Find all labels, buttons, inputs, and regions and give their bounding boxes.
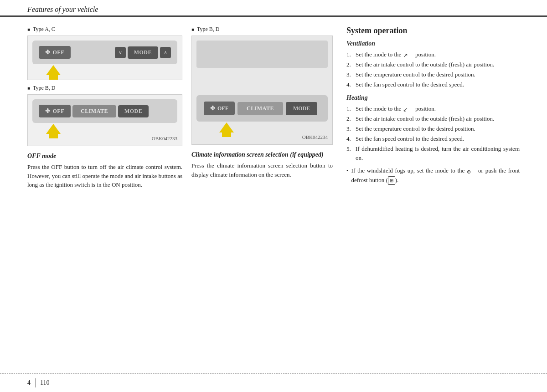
heat-item-4: 4. Set the fan speed control to the desi…	[346, 134, 520, 143]
system-operation-title: System operation	[346, 26, 520, 36]
page-header: Features of your vehicle	[0, 0, 547, 17]
diagram-bd-label-left: Type B, D	[27, 85, 182, 92]
main-content: Type A, C ✤ OFF ∨ MODE ∧	[0, 17, 547, 189]
defrost-icon: ⊞	[388, 176, 395, 185]
climate-info-body: Press the climate information screen sel…	[191, 161, 333, 179]
heat-item-3: 3. Set the temperature control to the de…	[346, 124, 520, 133]
ventilation-subtitle: Ventilation	[346, 40, 520, 47]
off-mode-body: Press the OFF button to turn off the air…	[27, 163, 182, 189]
diagram-type-bd-mid: Type B, D ✤ OFF CLIMATE MODE OBK042234	[191, 26, 333, 145]
climate-info-section: Climate information screen selection (if…	[191, 151, 333, 179]
control-panel-bd-mid: ✤ OFF CLIMATE MODE	[196, 95, 328, 122]
off-button-ac[interactable]: ✤ OFF	[39, 46, 71, 59]
mode-button-bd-mid[interactable]: MODE	[286, 102, 317, 115]
snowflake-icon-bd-left: ✤	[45, 107, 51, 115]
heat-item-2: 2. Set the air intake control to the out…	[346, 114, 520, 123]
panel-display-area	[196, 41, 328, 68]
mode-area-ac: ∨ MODE ∧	[115, 46, 171, 59]
vent-item-2: 2. Set the air intake control to the out…	[346, 60, 520, 69]
page-number: 110	[40, 379, 49, 387]
img-code-mid: OBK042234	[196, 134, 328, 140]
up-arrow-bd-mid	[219, 122, 234, 132]
page-footer: 4 110	[0, 373, 547, 392]
right-column: System operation Ventilation 1. Set the …	[342, 26, 520, 189]
mode-chevron-up[interactable]: ∧	[160, 47, 171, 58]
arrow-bd-mid	[196, 122, 328, 132]
control-panel-bd-left: ✤ OFF CLIMATE MODE	[32, 99, 177, 123]
off-mode-section: OFF mode Press the OFF button to turn of…	[27, 153, 182, 189]
svg-text:↙: ↙	[403, 106, 408, 113]
vent-item-3: 3. Set the temperature control to the de…	[346, 70, 520, 79]
chapter-number: 4	[27, 379, 31, 387]
climate-info-title: Climate information screen selection (if…	[191, 151, 333, 158]
heat-bullet: • If the windshield fogs up, set the mod…	[346, 166, 520, 185]
left-column: Type A, C ✤ OFF ∨ MODE ∧	[27, 26, 182, 189]
footer-divider	[35, 378, 36, 387]
heat-item-5: 5. If dehumidified heating is desired, t…	[346, 144, 520, 163]
diagram-bd-wrapper-mid: ✤ OFF CLIMATE MODE OBK042234	[191, 36, 333, 145]
ventilation-list: 1. Set the mode to the ↗ position. 2. Se…	[346, 50, 520, 90]
snowflake-icon-ac: ✤	[45, 49, 51, 56]
diagram-bd-label-mid: Type B, D	[191, 26, 333, 33]
mid-column: Type B, D ✤ OFF CLIMATE MODE OBK042234	[191, 26, 333, 189]
climate-button-bd-mid[interactable]: CLIMATE	[237, 102, 283, 115]
mode-button-bd-left[interactable]: MODE	[118, 105, 149, 117]
diagram-ac-label: Type A, C	[27, 26, 182, 33]
diagram-ac-wrapper: ✤ OFF ∨ MODE ∧	[27, 36, 182, 80]
off-button-bd-mid[interactable]: ✤ OFF	[204, 102, 235, 115]
off-mode-title: OFF mode	[27, 153, 182, 160]
heat-item-1: 1. Set the mode to the ↙ position.	[346, 104, 520, 113]
off-button-bd-left[interactable]: ✤ OFF	[39, 105, 71, 117]
vent-item-1: 1. Set the mode to the ↗ position.	[346, 50, 520, 59]
diagram-type-ac: Type A, C ✤ OFF ∨ MODE ∧	[27, 26, 182, 80]
vent-item-4: 4. Set the fan speed control to the desi…	[346, 80, 520, 89]
heating-list: 1. Set the mode to the ↙ position. 2. Se…	[346, 104, 520, 163]
svg-text:⊕: ⊕	[467, 169, 471, 174]
mode-chevron-down[interactable]: ∨	[115, 47, 126, 58]
control-panel-ac: ✤ OFF ∨ MODE ∧	[32, 41, 177, 64]
mode-button-ac[interactable]: MODE	[128, 46, 158, 59]
heating-subtitle: Heating	[346, 94, 520, 102]
header-title: Features of your vehicle	[27, 5, 98, 14]
up-arrow-ac	[46, 65, 61, 75]
diagram-type-bd-left: Type B, D ✤ OFF CLIMATE MODE OBK042233	[27, 85, 182, 146]
diagram-bd-wrapper-left: ✤ OFF CLIMATE MODE OBK042233	[27, 94, 182, 146]
arrow-bd-left	[32, 124, 177, 134]
arrow-ac	[32, 65, 177, 75]
svg-text:↗: ↗	[403, 52, 408, 59]
snowflake-icon-bd-mid: ✤	[210, 105, 215, 112]
up-arrow-bd-left	[46, 124, 61, 134]
climate-button-bd-left[interactable]: CLIMATE	[72, 105, 116, 117]
